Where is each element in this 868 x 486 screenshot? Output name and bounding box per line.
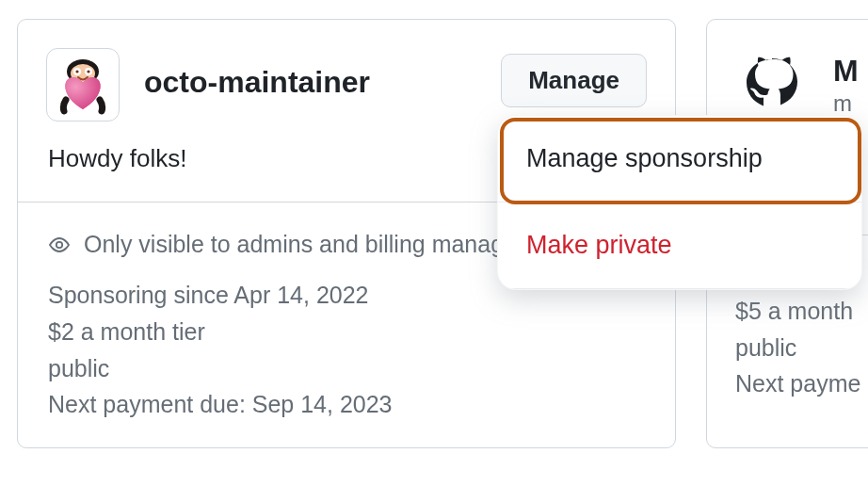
sponsor-username[interactable]: octo-maintainer — [144, 65, 370, 100]
next-payment: Next payme — [735, 365, 868, 402]
dropdown-item-make-private[interactable]: Make private — [498, 202, 861, 289]
sponsorships-viewport: octo-maintainer Manage Howdy folks! Only… — [0, 0, 868, 486]
avatar[interactable] — [46, 48, 120, 122]
eye-icon — [48, 234, 71, 256]
card2-title-block: M m — [833, 54, 859, 117]
sponsor-tier: $2 a month tier — [48, 314, 647, 350]
octocat-avatar-icon — [738, 51, 806, 119]
svg-point-6 — [56, 241, 62, 247]
octo-heart-avatar-icon — [53, 55, 113, 115]
avatar[interactable] — [735, 48, 809, 122]
dropdown-item-manage-sponsorship[interactable]: Manage sponsorship — [498, 116, 861, 202]
sponsor-username[interactable]: M — [833, 54, 859, 89]
svg-point-4 — [75, 70, 78, 73]
sponsor-subtitle: m — [833, 90, 859, 117]
manage-dropdown: Manage sponsorship Make private — [497, 115, 862, 290]
next-payment: Next payment due: Sep 14, 2023 — [48, 386, 647, 423]
sponsor-privacy: public — [48, 350, 647, 387]
sponsor-privacy: public — [735, 330, 868, 366]
svg-point-5 — [87, 70, 89, 73]
visibility-text: Only visible to admins and billing manag… — [84, 231, 537, 258]
manage-button[interactable]: Manage — [501, 54, 647, 107]
sponsor-tier: $5 a month — [735, 293, 868, 330]
